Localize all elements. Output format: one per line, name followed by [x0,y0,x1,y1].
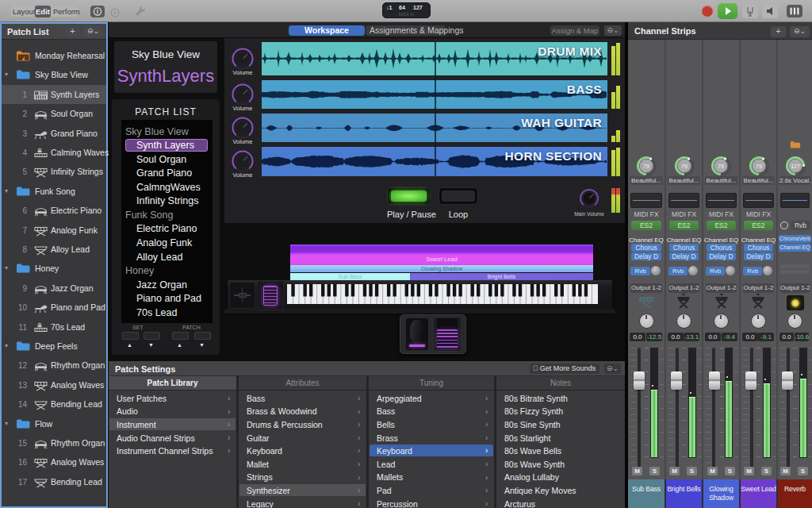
svg-text:79: 79 [718,164,724,169]
svg-text:79: 79 [681,164,688,169]
svg-text:79: 79 [756,164,762,169]
svg-text:79: 79 [643,164,649,169]
svg-text:127: 127 [791,164,800,169]
